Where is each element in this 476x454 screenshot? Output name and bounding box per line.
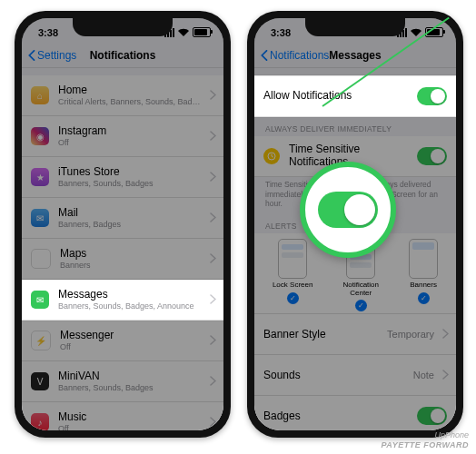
messenger-icon: ⚡ (31, 331, 51, 350)
check-icon: ✓ (418, 292, 430, 304)
maps-icon: ⌖ (31, 249, 51, 269)
chevron-right-icon (210, 373, 216, 390)
battery-icon (193, 27, 211, 37)
chevron-right-icon (210, 87, 216, 104)
chevron-right-icon (442, 326, 449, 342)
screen-left: 3:38 Settings Notifications ⌂HomeCritica… (22, 18, 223, 430)
app-sub: Off (58, 138, 106, 147)
alert-lock-screen[interactable]: Lock Screen ✓ (273, 239, 312, 312)
instagram-icon: ◉ (31, 127, 49, 145)
app-name: Mail (58, 207, 121, 220)
back-button[interactable]: Notifications (260, 49, 329, 62)
app-sub: Banners, Sounds, Badges (58, 179, 154, 188)
chevron-right-icon (210, 251, 216, 267)
sounds-value: Note (413, 370, 434, 380)
app-row-messenger[interactable]: ⚡MessengerOff (22, 321, 223, 361)
time-sensitive-toggle[interactable] (417, 147, 447, 165)
app-row-maps[interactable]: ⌖MapsBanners (22, 239, 223, 280)
app-sub: Banners (60, 261, 91, 270)
chevron-right-icon (210, 169, 216, 185)
app-sub: Off (60, 342, 114, 351)
app-row-home[interactable]: ⌂HomeCritical Alerts, Banners, Sounds, B… (22, 75, 223, 116)
chevron-left-icon (260, 50, 268, 61)
chevron-right-icon (210, 210, 216, 226)
app-sub: Off (58, 424, 86, 430)
app-name: MiniVAN (58, 370, 154, 383)
app-list[interactable]: ⌂HomeCritical Alerts, Banners, Sounds, B… (22, 75, 223, 430)
nav-title: Messages (329, 49, 381, 62)
music-icon: ♪ (31, 413, 49, 430)
minivan-icon: V (31, 372, 49, 390)
messages-icon: ✉ (31, 291, 49, 309)
nav-bar: Notifications Messages (254, 44, 456, 68)
app-name: Instagram (58, 125, 106, 138)
back-button[interactable]: Settings (27, 49, 76, 62)
nav-bar: Settings Notifications (22, 44, 223, 68)
app-sub: Banners, Sounds, Badges (58, 383, 154, 392)
mail-icon: ✉ (31, 209, 49, 227)
app-name: Messenger (60, 330, 114, 342)
app-row-instagram[interactable]: ◉InstagramOff (22, 116, 223, 157)
badges-row[interactable]: Badges (254, 396, 456, 430)
app-name: iTunes Store (58, 166, 154, 179)
chevron-right-icon (210, 128, 216, 144)
banner-style-row[interactable]: Banner Style Temporary (254, 314, 456, 355)
status-time: 3:38 (271, 27, 291, 38)
back-label: Notifications (270, 49, 329, 62)
section-immediate: ALWAYS DELIVER IMMEDIATELY (254, 117, 456, 136)
app-sub: Banners, Sounds, Badges, Announce (58, 301, 194, 311)
check-icon: ✓ (287, 292, 299, 304)
wifi-icon (411, 28, 421, 36)
sounds-row[interactable]: Sounds Note (254, 355, 456, 396)
allow-notifications-toggle[interactable] (417, 87, 447, 105)
nav-title: Notifications (90, 49, 156, 62)
app-name: Maps (60, 248, 91, 261)
check-icon: ✓ (355, 300, 367, 311)
allow-notifications-row[interactable]: Allow Notifications (254, 75, 456, 117)
status-time: 3:38 (38, 27, 58, 38)
banner-style-value: Temporary (387, 329, 434, 340)
notch (73, 18, 173, 36)
callout-toggle (300, 162, 396, 258)
app-row-mail[interactable]: ✉MailBanners, Badges (22, 198, 223, 239)
home-icon: ⌂ (31, 86, 49, 104)
battery-icon (425, 27, 443, 37)
badges-toggle[interactable] (417, 407, 447, 425)
app-name: Music (58, 411, 86, 424)
app-sub: Critical Alerts, Banners, Sounds, Badges… (58, 97, 203, 106)
phone-left: 3:38 Settings Notifications ⌂HomeCritica… (15, 11, 231, 438)
itunes-icon: ★ (31, 168, 49, 186)
app-name: Messages (58, 289, 194, 301)
alert-banners[interactable]: Banners ✓ (409, 239, 438, 312)
chevron-right-icon (210, 332, 216, 349)
clock-icon (263, 148, 280, 164)
chevron-right-icon (210, 291, 216, 308)
chevron-left-icon (27, 50, 35, 61)
chevron-right-icon (210, 414, 216, 430)
watermark: UpPhonePAYETTE FORWARD (381, 430, 469, 450)
app-row-messages[interactable]: ✉MessagesBanners, Sounds, Badges, Announ… (22, 280, 223, 321)
notch (305, 18, 405, 36)
app-row-music[interactable]: ♪MusicOff (22, 402, 223, 430)
app-sub: Banners, Badges (58, 220, 121, 229)
app-row-itunes[interactable]: ★iTunes StoreBanners, Sounds, Badges (22, 157, 223, 198)
allow-notifications-label: Allow Notifications (263, 90, 352, 103)
wifi-icon (178, 28, 189, 36)
app-row-minivan[interactable]: VMiniVANBanners, Sounds, Badges (22, 361, 223, 402)
chevron-right-icon (442, 367, 449, 383)
back-label: Settings (37, 49, 76, 62)
app-name: Home (58, 84, 203, 97)
